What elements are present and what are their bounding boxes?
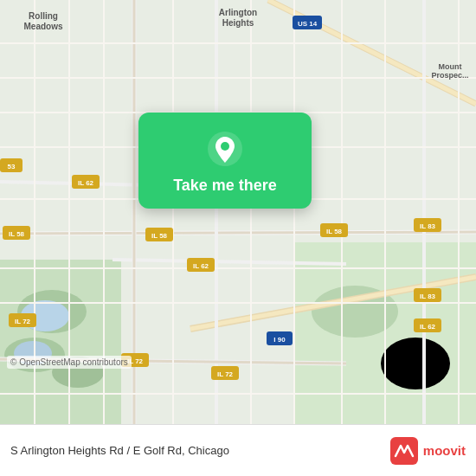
location-pin-icon xyxy=(206,130,244,168)
svg-point-76 xyxy=(221,142,229,151)
location-label: S Arlington Heights Rd / E Golf Rd, Chic… xyxy=(10,444,390,457)
svg-text:IL 62: IL 62 xyxy=(78,179,94,187)
svg-text:IL 83: IL 83 xyxy=(420,293,436,300)
take-me-there-button[interactable]: Take me there xyxy=(173,177,277,195)
svg-text:US 14: US 14 xyxy=(298,20,318,28)
svg-text:Prospec...: Prospec... xyxy=(431,71,468,80)
svg-text:IL 83: IL 83 xyxy=(420,222,436,230)
svg-line-11 xyxy=(0,232,476,234)
osm-attribution: © OpenStreetMap contributors xyxy=(7,356,132,369)
svg-text:53: 53 xyxy=(8,163,16,170)
svg-text:I 90: I 90 xyxy=(273,336,286,344)
svg-text:IL 72: IL 72 xyxy=(217,370,234,378)
svg-point-7 xyxy=(381,338,450,389)
moovit-logo: moovit xyxy=(390,437,466,465)
svg-text:IL 72: IL 72 xyxy=(15,318,31,325)
svg-text:IL 58: IL 58 xyxy=(9,230,25,238)
svg-text:Arlington: Arlington xyxy=(219,8,257,17)
navigation-card[interactable]: Take me there xyxy=(138,113,312,209)
map-container: Rolling Meadows Arlington Heights Mount … xyxy=(0,0,476,424)
svg-text:Heights: Heights xyxy=(222,18,254,28)
svg-text:IL 62: IL 62 xyxy=(193,262,209,270)
svg-text:IL 58: IL 58 xyxy=(151,232,168,240)
svg-text:IL 58: IL 58 xyxy=(326,228,343,235)
bottom-bar: S Arlington Heights Rd / E Golf Rd, Chic… xyxy=(0,424,476,476)
svg-text:IL 62: IL 62 xyxy=(420,323,436,331)
moovit-label: moovit xyxy=(423,443,466,458)
svg-text:Mount: Mount xyxy=(439,62,462,71)
svg-text:Rolling: Rolling xyxy=(29,11,58,21)
svg-text:Meadows: Meadows xyxy=(23,22,62,31)
moovit-icon xyxy=(390,437,418,465)
